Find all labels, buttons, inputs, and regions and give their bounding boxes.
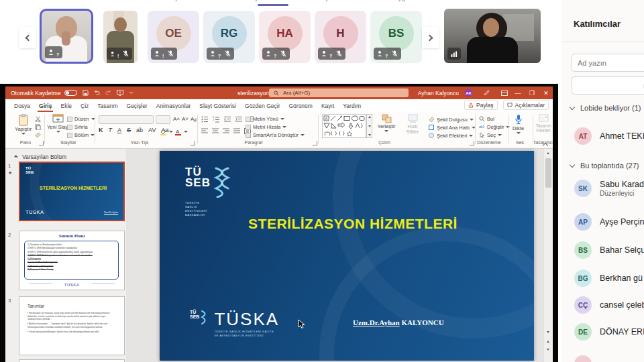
font-color-button[interactable]: A — [174, 128, 188, 135]
search-box[interactable]: Ara (Alt+G) — [269, 88, 409, 97]
reset-button[interactable]: Sıfırla — [67, 124, 88, 130]
top-menu-item[interactable]: Tam parlaklık — [162, 0, 198, 6]
shape-fill-button[interactable]: Şekil Dolgusu — [428, 116, 474, 123]
user-avatar[interactable]: AK — [465, 89, 472, 97]
slide-thumbnail-3[interactable]: Tanımlar Sterilizasyon, bir materyal, yü… — [19, 296, 125, 355]
tab-animasyonlar[interactable]: Animasyonlar — [156, 103, 191, 109]
video-tile[interactable]: ! — [103, 11, 138, 63]
save-icon[interactable] — [83, 90, 89, 96]
shadow-button[interactable]: ab — [136, 127, 143, 133]
align-text-button[interactable]: Metni Hizala — [246, 124, 286, 130]
bullets-icon[interactable] — [201, 116, 209, 123]
char-spacing-button[interactable]: AV — [148, 127, 156, 133]
replace-button[interactable]: abDeğiştir — [479, 124, 510, 130]
slide-scrollbar[interactable] — [543, 149, 553, 362]
tab-gorunum[interactable]: Görünüm — [288, 103, 312, 109]
slide-thumbnail-2[interactable]: Sunum Planı 1) Tanımlar ve Sterilizasyon… — [19, 231, 125, 290]
member-row[interactable]: BG Berkhan gü — [574, 269, 643, 287]
strip-next-button[interactable] — [422, 27, 439, 48]
restore-button[interactable]: ❐ — [528, 90, 536, 97]
autosave-toggle[interactable] — [64, 90, 77, 96]
numbering-icon[interactable]: 12 — [213, 116, 220, 123]
slide-thumbnail-1[interactable]: TÜSEB STERİLİZASYON HİZMETLERİ TÜSKA Uzm… — [19, 162, 125, 221]
redo-icon[interactable] — [105, 90, 111, 96]
align-right-icon[interactable] — [223, 128, 229, 134]
smartart-button[interactable]: SmartArt'a Dönüştür — [246, 132, 305, 138]
tab-gozden-gecir[interactable]: Gözden Geçir — [245, 103, 280, 109]
layout-button[interactable]: Düzen — [67, 116, 95, 122]
font-dialog-launcher[interactable] — [191, 141, 195, 145]
decrease-indent-icon[interactable] — [224, 116, 231, 123]
top-menu-item[interactable]: Mikrofon — [513, 0, 536, 6]
tab-kayit[interactable]: Kayıt — [321, 103, 334, 109]
present-icon[interactable] — [117, 90, 123, 96]
comments-button[interactable]: Açıklamalar — [503, 101, 549, 110]
meeting-section-header[interactable]: Bu toplantıda (27) — [570, 162, 639, 170]
shapes-gallery-scroll[interactable] — [366, 114, 372, 138]
top-menu-item[interactable]: Tepki ver — [320, 0, 344, 6]
undo-icon[interactable] — [94, 90, 100, 96]
section-header[interactable]: Varsayılan Bölüm — [15, 154, 66, 160]
underline-button[interactable]: A — [117, 127, 121, 133]
scroll-up-icon[interactable] — [547, 152, 549, 154]
participant-search-input[interactable] — [572, 54, 644, 72]
active-speaker-tile[interactable] — [444, 9, 541, 63]
tab-tasarim[interactable]: Tasarım — [97, 103, 117, 109]
current-slide[interactable]: TÜSEB TÜRKİYE SAĞLIK ENSTİTÜLERİ BAŞKANL… — [160, 151, 534, 361]
font-size-select[interactable] — [156, 115, 170, 124]
strip-prev-button[interactable] — [19, 27, 36, 48]
paste-button[interactable]: Yapıştır — [15, 114, 32, 135]
member-row[interactable]: BS Bahar Selçu — [574, 241, 644, 259]
bold-button[interactable]: K — [99, 127, 103, 133]
user-name[interactable]: Ayhan Kalyoncu — [418, 90, 459, 97]
quickbar-more-icon[interactable] — [129, 90, 133, 95]
tab-slayt-gosterisi[interactable]: Slayt Gösterisi — [199, 103, 236, 109]
share-button[interactable]: Paylaş — [464, 101, 498, 110]
highlight-color-button[interactable] — [160, 128, 173, 135]
next-slide-icon[interactable] — [547, 349, 549, 351]
collapse-ribbon-button[interactable] — [543, 141, 549, 147]
slide-thumbnail-4-partial[interactable] — [19, 359, 125, 362]
scroll-down-icon[interactable] — [547, 331, 549, 333]
strikethrough-button[interactable]: S — [127, 127, 131, 133]
ribbon-display-icon[interactable] — [501, 90, 508, 96]
minimize-button[interactable]: — — [514, 90, 522, 97]
pen-mode-icon[interactable] — [484, 90, 490, 96]
quick-styles-button[interactable]: Hızlı Stiller — [401, 114, 424, 135]
tab-ekle[interactable]: Ekle — [60, 103, 72, 109]
top-menu-item[interactable]: Uygulamalar — [394, 0, 429, 6]
tab-yardim[interactable]: Yardım — [343, 103, 361, 109]
share-invite-field[interactable] — [572, 76, 644, 95]
top-menu-item[interactable]: Tema — [444, 0, 459, 6]
video-tile-selected[interactable]: ? — [40, 9, 93, 64]
member-row[interactable]: SK Sabu Karada Düzenleyici — [574, 180, 644, 197]
tab-giris[interactable]: Giriş — [39, 103, 52, 109]
find-button[interactable]: Bul — [479, 116, 494, 122]
tab-ciz[interactable]: Çiz — [80, 103, 89, 109]
italic-button[interactable]: T — [109, 127, 113, 133]
cut-button[interactable] — [35, 116, 41, 122]
initials-tile[interactable]: RG ? — [203, 11, 255, 63]
format-painter-button[interactable] — [35, 132, 41, 138]
tab-dosya[interactable]: Dosya — [14, 103, 30, 109]
dictate-button[interactable]: Dikte — [513, 114, 524, 134]
section-button[interactable]: Bölüm — [67, 132, 95, 138]
member-row[interactable]: CÇ cansel çeleb — [574, 296, 644, 314]
initials-tile[interactable]: BS ? — [370, 11, 422, 63]
shape-effects-button[interactable]: Şekil Efektleri — [428, 132, 473, 139]
member-row-partial[interactable] — [574, 355, 592, 362]
top-menu-item[interactable]: Odalar — [360, 0, 378, 6]
previous-slide-icon[interactable] — [547, 341, 549, 343]
member-row[interactable]: AP Ayşe Perçinl — [574, 213, 644, 231]
shape-outline-button[interactable]: Şekil Ana Hattı — [428, 124, 476, 131]
justify-icon[interactable] — [233, 128, 240, 134]
member-row[interactable]: DE DÖNAY ERD — [574, 323, 644, 341]
initials-tile[interactable]: OE ! — [148, 11, 199, 63]
pano-dialog-launcher[interactable] — [39, 141, 44, 145]
font-name-select[interactable] — [99, 115, 154, 124]
initials-tile[interactable]: H ? — [315, 11, 366, 63]
close-button[interactable]: ✕ — [542, 90, 550, 97]
text-direction-button[interactable]: Metin Yönü — [246, 116, 284, 122]
scrollbar-thumb[interactable] — [545, 158, 551, 188]
align-left-icon[interactable] — [201, 128, 208, 134]
